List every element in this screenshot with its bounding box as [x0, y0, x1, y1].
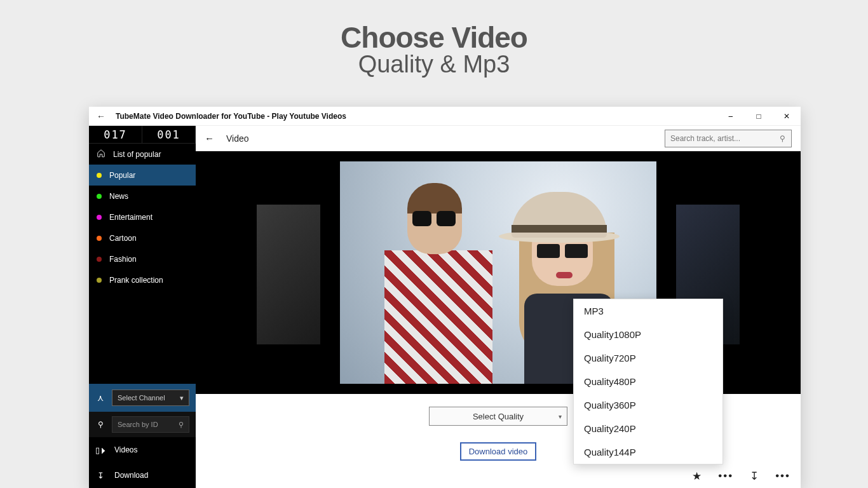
- search-id-row: ⚲ Search by ID ⚲: [89, 412, 196, 437]
- sidebar-item-entertainment[interactable]: Entertaiment: [89, 207, 196, 227]
- hero-title: Choose Video: [0, 20, 868, 55]
- breadcrumb: Video: [226, 133, 656, 144]
- search-input[interactable]: [665, 134, 773, 143]
- sidebar-item-label: News: [109, 192, 128, 201]
- search-box[interactable]: ⚲: [665, 130, 792, 147]
- titlebar-back-button[interactable]: ←: [89, 111, 113, 121]
- action-bar: ★ ••• ↧ •••: [682, 464, 801, 488]
- sidebar-videos[interactable]: ▯⏵ Videos: [89, 437, 196, 463]
- select-channel-row: ⋏ Select Channel ▾: [89, 384, 196, 412]
- quality-dropdown-menu: MP3 Quality1080P Quality720P Quality480P…: [573, 299, 723, 464]
- dot-icon: [97, 278, 102, 283]
- counter-right: 001: [142, 126, 196, 143]
- sidebar-videos-label: Videos: [114, 445, 137, 454]
- download-action-button[interactable]: ↧: [750, 470, 759, 483]
- select-quality-label: Select Quality: [473, 412, 524, 421]
- close-button[interactable]: ✕: [773, 112, 801, 121]
- download-icon: ↧: [95, 471, 105, 480]
- dot-icon: [97, 236, 102, 241]
- dot-icon: [97, 257, 102, 262]
- camera-icon: ▯⏵: [95, 445, 105, 455]
- quality-option-144p[interactable]: Quality144P: [574, 440, 722, 464]
- search-icon[interactable]: ⚲: [773, 134, 791, 143]
- sidebar-item-label: Fashion: [109, 255, 137, 264]
- search-icon: ⚲: [95, 420, 105, 429]
- dot-icon: [97, 173, 102, 178]
- window-title: TubeMate Video Downloader for YouTube - …: [113, 112, 717, 121]
- sidebar-item-cartoon[interactable]: Cartoon: [89, 227, 196, 248]
- hero-subtitle: Quality & Mp3: [0, 51, 868, 78]
- download-button-label: Download video: [469, 447, 528, 456]
- back-button[interactable]: ←: [205, 133, 217, 144]
- search-id-input[interactable]: Search by ID ⚲: [112, 416, 189, 433]
- sidebar-item-label: List of popular: [113, 150, 161, 159]
- dot-icon: [97, 215, 102, 220]
- search-submit-icon: ⚲: [179, 421, 184, 429]
- prev-video-thumbnail[interactable]: [257, 205, 320, 344]
- more-button-2[interactable]: •••: [775, 470, 790, 482]
- titlebar: ← TubeMate Video Downloader for YouTube …: [89, 107, 801, 126]
- topbar: ← Video ⚲: [196, 126, 801, 151]
- sidebar-item-list-of-popular[interactable]: List of popular: [89, 144, 196, 165]
- sidebar-item-fashion[interactable]: Fashion: [89, 248, 196, 269]
- sidebar-item-label: Entertaiment: [109, 213, 153, 222]
- minimize-button[interactable]: ‒: [717, 112, 745, 121]
- more-button-1[interactable]: •••: [718, 470, 733, 482]
- maximize-button[interactable]: □: [745, 112, 773, 121]
- home-icon: [97, 149, 105, 159]
- download-video-button[interactable]: Download video: [460, 442, 537, 461]
- sidebar-item-news[interactable]: News: [89, 186, 196, 207]
- sidebar-item-label: Cartoon: [109, 234, 137, 243]
- sidebar-item-label: Popular: [109, 171, 135, 180]
- sidebar-download-label: Download: [114, 471, 148, 480]
- chevron-down-icon: ▾: [559, 413, 562, 420]
- hero-heading: Choose Video Quality & Mp3: [0, 0, 868, 78]
- select-quality-dropdown[interactable]: Select Quality ▾: [429, 407, 567, 426]
- search-id-placeholder: Search by ID: [118, 421, 158, 428]
- sidebar: 017 001 List of popular Popular News: [89, 126, 196, 488]
- sidebar-download[interactable]: ↧ Download: [89, 463, 196, 488]
- sidebar-nav: List of popular Popular News Entertaimen…: [89, 144, 196, 384]
- counter-left: 017: [89, 126, 142, 143]
- select-channel-dropdown[interactable]: Select Channel ▾: [112, 390, 189, 406]
- quality-option-360p[interactable]: Quality360P: [574, 393, 722, 417]
- quality-option-1080p[interactable]: Quality1080P: [574, 323, 722, 346]
- counters: 017 001: [89, 126, 196, 144]
- favorite-button[interactable]: ★: [692, 470, 702, 483]
- dot-icon: [97, 194, 102, 199]
- remote-icon: ⋏: [95, 393, 105, 403]
- chevron-down-icon: ▾: [180, 394, 184, 402]
- quality-option-mp3[interactable]: MP3: [574, 299, 722, 323]
- quality-option-480p[interactable]: Quality480P: [574, 370, 722, 393]
- quality-option-240p[interactable]: Quality240P: [574, 417, 722, 440]
- quality-option-720p[interactable]: Quality720P: [574, 346, 722, 370]
- select-channel-label: Select Channel: [118, 394, 165, 402]
- sidebar-item-popular[interactable]: Popular: [89, 165, 196, 186]
- sidebar-item-prank[interactable]: Prank collection: [89, 269, 196, 290]
- sidebar-item-label: Prank collection: [109, 276, 163, 285]
